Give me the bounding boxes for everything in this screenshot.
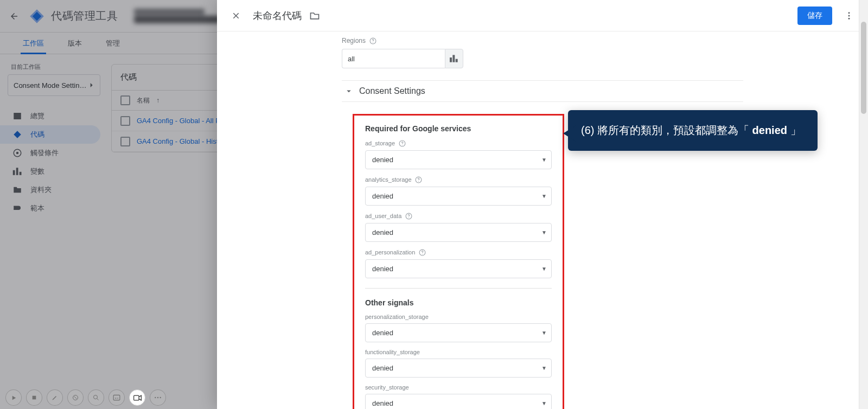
svg-point-23 [94,395,98,399]
save-button[interactable]: 儲存 [797,7,832,25]
dropdown-caret-icon: ▼ [541,157,547,163]
svg-point-14 [402,144,403,145]
blocks-icon [450,55,458,62]
consent-select-value: denied [372,329,393,337]
presentation-dock [5,389,166,406]
consent-field-label: ad_personalization [365,248,552,256]
consent-select-personalization-storage[interactable]: denied▼ [365,323,552,342]
page-scrollbar[interactable] [859,0,868,409]
svg-point-5 [848,12,850,14]
consent-item: ad_personalizationdenied▼ [365,248,552,278]
dropdown-caret-icon: ▼ [541,193,547,199]
consent-field-label: ad_user_data [365,212,552,220]
more-menu-button[interactable] [840,7,858,25]
close-icon [231,11,241,21]
consent-item: security_storagedenied▼ [365,384,552,409]
svg-rect-10 [450,57,452,62]
consent-item: personalization_storagedenied▼ [365,314,552,342]
consent-select-value: denied [372,156,393,164]
svg-point-28 [160,397,161,398]
svg-rect-25 [133,395,138,400]
svg-point-27 [157,397,158,398]
consent-select-ad-personalization[interactable]: denied▼ [365,259,552,278]
annotation-callout: (6) 將所有的類別，預設都調整為「 denied 」 [568,110,818,151]
consent-item: functionality_storagedenied▼ [365,349,552,378]
svg-point-20 [422,253,423,254]
dock-more-button[interactable] [150,389,166,406]
group-title: Required for Google services [365,124,552,133]
callout-text: 」 [787,124,801,136]
callout-text: (6) 將所有的類別，預設都調整為「 [581,124,752,136]
regions-label: Regions [342,37,743,44]
consent-select-analytics-storage[interactable]: denied▼ [365,187,552,206]
svg-rect-21 [33,396,36,400]
dropdown-caret-icon: ▼ [541,229,547,235]
dock-camera-button[interactable] [129,389,145,406]
consent-select-functionality-storage[interactable]: denied▼ [365,359,552,378]
close-button[interactable] [227,7,245,25]
consent-select-value: denied [372,265,393,273]
divider [365,288,552,289]
consent-select-value: denied [372,364,393,372]
svg-point-9 [372,42,373,42]
regions-input[interactable]: all [342,49,445,68]
dock-play-button[interactable] [5,389,22,406]
consent-field-label: personalization_storage [365,314,552,320]
scroll-thumb[interactable] [861,22,866,114]
panel-title[interactable]: 未命名代碼 [253,9,302,22]
regions-picker-button[interactable] [445,49,463,68]
svg-point-26 [155,397,156,398]
consent-defaults-box: Required for Google services ad_storaged… [353,114,564,409]
svg-rect-11 [452,55,455,62]
dock-stop-button[interactable] [26,389,42,406]
svg-point-7 [848,17,850,19]
consent-item: analytics_storagedenied▼ [365,176,552,206]
consent-item: ad_user_datadenied▼ [365,212,552,242]
group-title: Other signals [365,298,552,307]
dock-caption-button[interactable] [108,389,125,406]
dock-erase-button[interactable] [67,389,84,406]
change-folder-button[interactable] [309,10,320,21]
tag-editor-panel: 未命名代碼 儲存 Regions all Consent Settings [217,0,868,409]
dropdown-caret-icon: ▼ [541,365,547,371]
panel-header: 未命名代碼 儲存 [217,0,868,31]
consent-field-label: functionality_storage [365,349,552,355]
dropdown-caret-icon: ▼ [541,400,547,406]
consent-select-value: denied [372,399,393,407]
dock-zoom-button[interactable] [88,389,104,406]
consent-settings-section[interactable]: Consent Settings [342,80,743,102]
consent-select-value: denied [372,228,393,237]
consent-item: ad_storagedenied▼ [365,139,552,169]
svg-point-6 [848,15,850,16]
svg-rect-24 [113,395,120,400]
callout-bold: denied [752,124,787,136]
consent-select-ad-storage[interactable]: denied▼ [365,150,552,169]
help-icon[interactable] [398,139,406,147]
consent-select-security-storage[interactable]: denied▼ [365,394,552,409]
help-icon[interactable] [369,37,376,44]
chevron-down-icon [344,86,354,96]
consent-select-ad-user-data[interactable]: denied▼ [365,223,552,242]
dock-pen-button[interactable] [47,389,63,406]
consent-field-label: analytics_storage [365,176,552,183]
svg-point-16 [418,181,419,181]
svg-rect-12 [456,59,458,62]
section-title: Consent Settings [359,86,425,96]
dropdown-caret-icon: ▼ [541,266,547,272]
panel-body[interactable]: Regions all Consent Settings Required fo… [217,31,868,409]
folder-icon [309,10,320,21]
consent-field-label: security_storage [365,384,552,391]
help-icon[interactable] [415,176,423,183]
kebab-icon [844,11,854,21]
help-icon[interactable] [405,212,412,220]
help-icon[interactable] [418,248,426,256]
svg-point-18 [409,217,409,218]
consent-field-label: ad_storage [365,139,552,147]
dropdown-caret-icon: ▼ [541,330,547,336]
consent-select-value: denied [372,192,393,200]
